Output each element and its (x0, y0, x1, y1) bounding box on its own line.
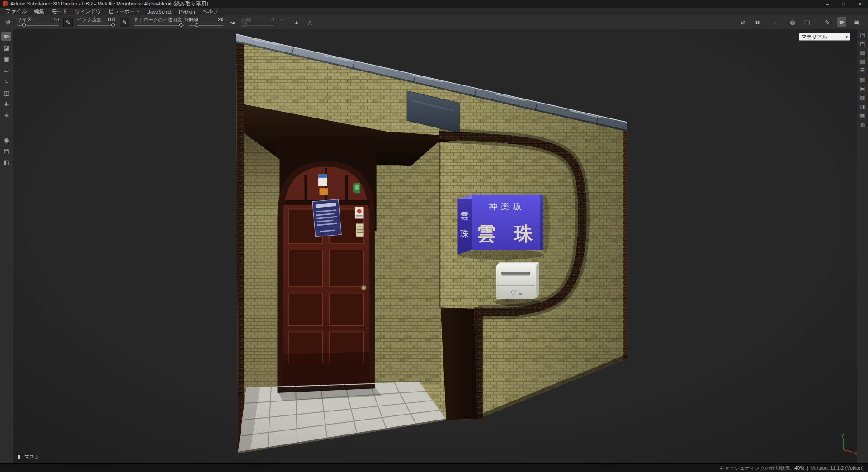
flow-slider[interactable] (77, 23, 115, 27)
history-icon: ▨ (860, 94, 865, 101)
toolbar-separator (817, 18, 817, 26)
chevron-down-icon: ▾ (845, 35, 848, 39)
size-value[interactable]: 10 (53, 17, 59, 22)
polygon-fill-tool[interactable]: ▱ (1, 66, 11, 75)
camera-video-icon[interactable]: ◫ (802, 17, 811, 27)
spacing-label: 間隔 (189, 17, 198, 22)
flow-label: インク流量 (77, 17, 101, 22)
toolbar-right-cluster: ⊘ ▮▮ ▭ ◍ ◫ ✎ ✏ ▣ (739, 17, 864, 27)
viewer-icon: ▣ (860, 85, 865, 92)
close-button[interactable]: ✕ (852, 0, 868, 8)
window-title: Adobe Substance 3D Painter - PBR - Metal… (10, 0, 208, 7)
lazy-mouse-icon[interactable]: ↝ (228, 17, 237, 27)
mask-label: マスク (24, 453, 40, 460)
panel-viewer[interactable]: ▣ (860, 86, 865, 91)
menu-file[interactable]: ファイル (2, 8, 30, 15)
paint-mode-icon[interactable]: ✏ (837, 17, 846, 27)
effects-tool[interactable]: ◉ (1, 135, 11, 144)
viewport-3d-canvas[interactable]: 神楽坂 雲 珠 雲 珠 y x (13, 29, 857, 464)
material-picker-tool[interactable]: ✚ (1, 99, 11, 109)
size-slider[interactable] (17, 23, 59, 27)
status-bar: キャッシュディスクの使用状況: 40% | Version: 11.1.2 (V… (0, 463, 868, 472)
screenshot-icon[interactable]: ▣ (852, 17, 861, 27)
minimize-button[interactable]: – (819, 0, 835, 8)
panel-history[interactable]: ▨ (860, 95, 865, 100)
title-bar: Adobe Substance 3D Painter - PBR - Metal… (0, 0, 868, 8)
distance-value: 8 (271, 17, 274, 22)
menu-help[interactable]: ヘルプ (199, 8, 222, 15)
menu-edit[interactable]: 編集 (30, 8, 48, 15)
visibility-toggle-icon[interactable]: ⊘ (739, 17, 748, 27)
eraser-icon: ◪ (4, 44, 9, 51)
stroke-opacity-label: ストロークの不透明度 (134, 17, 182, 22)
effects-icon: ◉ (4, 137, 9, 143)
brush-settings-icon[interactable]: ⚙ ▾ (4, 17, 13, 27)
properties-icon: ☰ (860, 67, 865, 74)
projection-tool[interactable]: ▣ (1, 54, 11, 63)
smudge-tool[interactable]: ≈ (1, 77, 11, 86)
peak-profile-icon[interactable]: ▲ (292, 17, 301, 27)
chevron-down-icon: ▾ (9, 20, 11, 24)
mask-icon (18, 455, 22, 459)
picker-icon: ✚ (4, 101, 9, 108)
menu-viewport[interactable]: ビューポート (105, 8, 144, 15)
panel-shader[interactable]: ▧ (860, 77, 865, 82)
symmetry-icon: ▩ (860, 113, 865, 119)
stroke-opacity-control: ストロークの不透明度 100 (134, 17, 184, 27)
layers-tool[interactable]: ▤ (1, 146, 11, 156)
maximize-button[interactable]: □ (835, 0, 852, 8)
panel-assets[interactable]: ▦ (860, 59, 865, 64)
misc-panel-icon: ◍ (860, 122, 865, 128)
log-icon: ◨ (860, 104, 865, 110)
panel-misc[interactable]: ◍ (860, 122, 865, 127)
menu-javascript[interactable]: JavaScript (144, 9, 175, 14)
mask-indicator[interactable]: マスク (18, 453, 40, 460)
paint-tool[interactable]: ✏ (1, 32, 11, 41)
viewport-vignette (13, 29, 857, 464)
panel-layers[interactable]: ▥ (860, 50, 865, 55)
panel-dock: ◳ ▤ ▥ ▦ ☰ ▧ ▣ ▨ ◨ ▩ ◍ (857, 29, 868, 464)
shader-icon: ▧ (860, 76, 865, 83)
pause-icon[interactable]: ▮▮ (753, 17, 762, 27)
panel-display-settings[interactable]: ◳ (860, 32, 865, 37)
menu-mode[interactable]: モード (48, 8, 71, 15)
size-pressure-toggle[interactable]: ✎ (63, 18, 73, 27)
menu-python[interactable]: Python (175, 9, 199, 14)
size-label: サイズ (17, 17, 32, 22)
spacing-value[interactable]: 20 (218, 17, 223, 22)
curve-profile-icon[interactable]: ⌒ (278, 17, 288, 27)
panel-properties[interactable]: ☰ (860, 68, 865, 73)
shading-mode-dropdown[interactable]: マテリアル ▾ (799, 33, 850, 41)
viewport-3d[interactable]: 神楽坂 雲 珠 雲 珠 y x (13, 29, 857, 464)
mountain-profile-icon[interactable]: △ (306, 17, 315, 27)
clone-tool[interactable]: ◫ (1, 88, 11, 97)
cache-usage-label: キャッシュディスクの使用状況: (719, 465, 792, 472)
panel-log[interactable]: ◨ (860, 104, 865, 109)
spacing-slider[interactable] (189, 23, 223, 27)
flow-pressure-toggle[interactable]: ✎ (120, 18, 129, 27)
layers-panel-icon: ▥ (860, 49, 865, 56)
menu-window[interactable]: ウィンドウ (71, 8, 105, 15)
distance-label: 距離 (241, 17, 251, 22)
projection-icon: ▣ (4, 56, 9, 62)
brush-icon: ✏ (4, 33, 9, 40)
stroke-opacity-slider[interactable] (134, 23, 184, 27)
clone-icon: ◫ (4, 90, 9, 96)
particles-tool[interactable]: ✳ (1, 111, 11, 120)
panel-texture-set[interactable]: ▤ (860, 41, 865, 46)
eraser-tool[interactable]: ◪ (1, 43, 11, 52)
pen-tool-icon[interactable]: ✎ (823, 17, 832, 27)
size-control: サイズ 10 (17, 17, 59, 27)
viewport-frame-icon[interactable]: ▭ (774, 17, 783, 27)
material-sphere-icon[interactable]: ◍ (788, 17, 797, 27)
panel-symmetry[interactable]: ▩ (860, 113, 865, 118)
app-window: Adobe Substance 3D Painter - PBR - Metal… (0, 0, 868, 472)
lazy-mouse-glyph-icon: ↝ (230, 19, 235, 26)
flow-control: インク流量 100 (77, 17, 115, 27)
smudge-icon: ≈ (5, 78, 8, 85)
export-tool[interactable]: ◧ (1, 158, 11, 167)
flow-value[interactable]: 100 (107, 17, 115, 22)
polygon-fill-icon: ▱ (4, 67, 9, 74)
pen-pressure-icon: ✎ (66, 19, 70, 25)
particles-icon: ✳ (4, 112, 9, 119)
